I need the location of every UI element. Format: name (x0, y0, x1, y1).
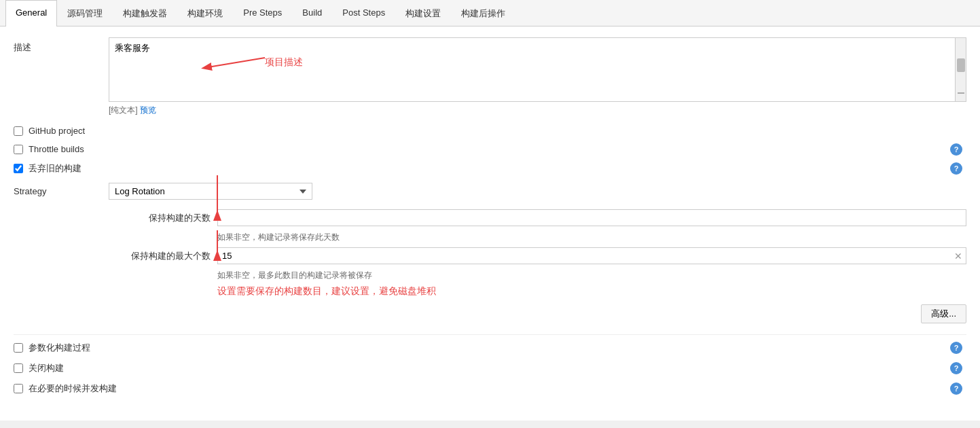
tab-pre-steps[interactable]: Pre Steps (233, 0, 292, 26)
description-annotation: 项目描述 (265, 56, 303, 69)
checkbox-row-throttle_builds: Throttle builds? (14, 144, 966, 154)
clear-max-button[interactable]: ✕ (954, 251, 962, 261)
description-field: 项目描述 [纯文本] 预览 (109, 37, 966, 116)
strategy-row: Strategy Log RotationNone (14, 183, 966, 200)
advanced-button[interactable]: 高级... (921, 304, 966, 323)
text-format-row: [纯文本] 预览 (109, 105, 966, 116)
tab-源码管理[interactable]: 源码管理 (57, 0, 113, 26)
format-label: [纯文本] (109, 105, 138, 115)
tabs-bar: General源码管理构建触发器构建环境Pre StepsBuildPost S… (0, 0, 980, 26)
tab-构建环境[interactable]: 构建环境 (177, 0, 233, 26)
checkbox-label-discard_old[interactable]: 丢弃旧的构建 (29, 162, 81, 175)
checkbox-param_build[interactable] (14, 343, 23, 353)
checkbox-label-github_project[interactable]: GitHub project (29, 126, 85, 136)
keep-days-input-wrap (217, 209, 966, 226)
tab-build[interactable]: Build (292, 0, 332, 26)
help-icon-param_build[interactable]: ? (950, 342, 962, 354)
scrollbar (955, 38, 966, 101)
checkbox-label-disable_build[interactable]: 关闭构建 (29, 362, 64, 374)
description-textarea[interactable] (109, 38, 966, 99)
keep-max-hint: 如果非空，最多此数目的构建记录将被保存 (217, 270, 966, 281)
checkbox-row-param_build: 参数化构建过程? (14, 342, 966, 354)
separator (14, 334, 966, 335)
checkbox-row-discard_old: 丢弃旧的构建? (14, 162, 966, 175)
keep-days-label: 保持构建的天数 (109, 212, 217, 224)
help-icon-throttle_builds[interactable]: ? (950, 143, 962, 156)
bottom-checkboxes: 参数化构建过程?关闭构建?在必要的时候并发构建? (14, 342, 966, 395)
help-icon-discard_old[interactable]: ? (950, 162, 962, 175)
checkbox-label-param_build[interactable]: 参数化构建过程 (29, 342, 90, 354)
keep-max-input-wrap: ✕ (217, 247, 966, 264)
preview-link[interactable]: 预览 (140, 105, 156, 115)
checkbox-label-throttle_builds[interactable]: Throttle builds (29, 144, 84, 154)
checkbox-disable_build[interactable] (14, 363, 23, 373)
checkbox-row-github_project: GitHub project (14, 126, 966, 136)
help-icon-trigger_on_demand[interactable]: ? (950, 382, 962, 395)
tab-构建设置[interactable]: 构建设置 (395, 0, 451, 26)
keep-max-annotation: 设置需要保存的构建数目，建议设置，避免磁盘堆积 (217, 285, 966, 298)
description-row: 描述 (14, 37, 966, 116)
strategy-label: Strategy (14, 186, 109, 196)
keep-days-hint: 如果非空，构建记录将保存此天数 (217, 232, 966, 243)
main-content: 描述 (0, 26, 980, 421)
top-checkboxes: GitHub projectThrottle builds?丢弃旧的构建? (14, 126, 966, 175)
checkbox-github_project[interactable] (14, 126, 23, 136)
keep-days-row: 保持构建的天数 (109, 209, 966, 226)
keep-max-label: 保持构建的最大个数 (109, 250, 217, 262)
scrollbar-thumb (957, 58, 965, 72)
description-label: 描述 (14, 37, 109, 54)
checkbox-throttle_builds[interactable] (14, 145, 23, 154)
advanced-row: 高级... (14, 304, 966, 323)
keep-max-input[interactable] (217, 247, 966, 264)
scrollbar-line (958, 92, 964, 94)
tab-general[interactable]: General (5, 0, 57, 26)
keep-days-input[interactable] (217, 209, 966, 226)
keep-days-section: 保持构建的天数 如果非空，构建记录将保存此天数 保持构建的最大个数 (109, 209, 966, 298)
description-textarea-wrapper (109, 37, 966, 102)
checkbox-label-trigger_on_demand[interactable]: 在必要的时候并发构建 (29, 382, 117, 395)
tab-post-steps[interactable]: Post Steps (332, 0, 395, 26)
keep-max-row: 保持构建的最大个数 ✕ (109, 247, 966, 264)
strategy-select[interactable]: Log RotationNone (109, 183, 312, 200)
tab-构建后操作[interactable]: 构建后操作 (451, 0, 515, 26)
checkbox-row-trigger_on_demand: 在必要的时候并发构建? (14, 382, 966, 395)
help-icon-disable_build[interactable]: ? (950, 362, 962, 374)
checkbox-trigger_on_demand[interactable] (14, 384, 23, 393)
tab-构建触发器[interactable]: 构建触发器 (113, 0, 177, 26)
checkbox-discard_old[interactable] (14, 164, 23, 173)
checkbox-row-disable_build: 关闭构建? (14, 362, 966, 374)
